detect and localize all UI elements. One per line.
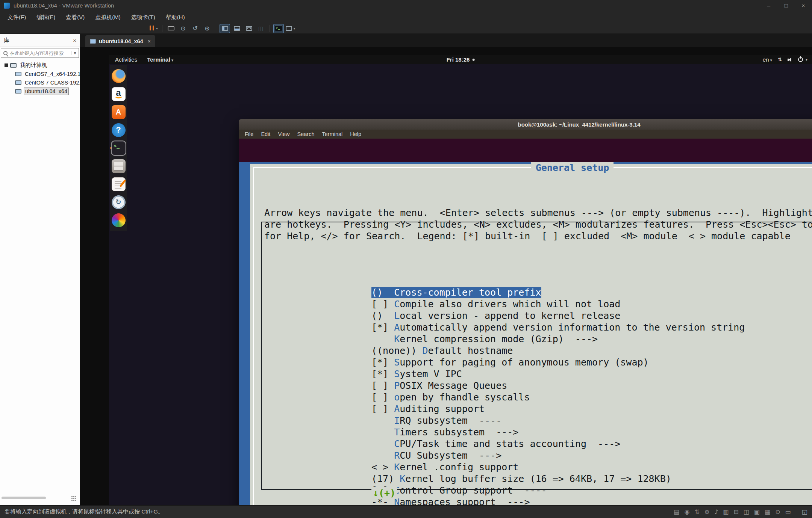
hard-disk-icon[interactable]: ▤ bbox=[674, 508, 679, 515]
menu-item[interactable]: [ ] Control Group support ---- bbox=[371, 485, 812, 496]
vmware-menu-item[interactable]: 虚拟机(M) bbox=[90, 11, 126, 23]
amazon-icon[interactable] bbox=[110, 85, 127, 103]
printer-icon[interactable]: ▥ bbox=[723, 508, 729, 515]
snapshot-manager-button[interactable]: ⊛ bbox=[202, 24, 212, 33]
clock-button[interactable]: Fri 18:26 bbox=[447, 56, 475, 63]
memory-icon[interactable]: ▦ bbox=[765, 508, 770, 515]
menu-item[interactable]: (17) Kernel log buffer size (16 => 64KB,… bbox=[371, 473, 812, 485]
tree-item-my-computer[interactable]: 我的计算机 bbox=[0, 61, 80, 69]
tree-item-vm[interactable]: CentOS7_4_x64-192.16 bbox=[0, 69, 80, 78]
close-icon[interactable]: × bbox=[73, 37, 76, 44]
tree-item-label: CentOS 7 CLASS-192.1 bbox=[24, 79, 80, 86]
console-view-toggle[interactable] bbox=[273, 24, 284, 33]
terminal-menu-item[interactable]: View bbox=[274, 131, 293, 137]
device-status-icons: ▤◉⇅⊕♪▥⊟◫▣▦⊙▭◱ bbox=[674, 508, 807, 515]
keyboard-layout-button[interactable]: en bbox=[763, 56, 772, 63]
vmware-menu-item[interactable]: 选项卡(T) bbox=[126, 11, 161, 23]
keyboard-icon[interactable]: ▭ bbox=[785, 508, 791, 515]
menu-item[interactable]: [ ] Compile also drivers which will not … bbox=[371, 298, 812, 310]
snapshot-take-button[interactable]: ⊙ bbox=[178, 24, 188, 33]
menu-item[interactable]: [*] Support for paging of anonymous memo… bbox=[371, 356, 812, 368]
vmware-menu-item[interactable]: 查看(V) bbox=[61, 11, 90, 23]
files-icon[interactable] bbox=[110, 157, 127, 175]
computer-icon bbox=[10, 63, 17, 68]
serial-port-icon[interactable]: ◫ bbox=[744, 508, 749, 515]
terminal-menu-item[interactable]: Help bbox=[346, 131, 365, 137]
pause-icon bbox=[149, 25, 155, 32]
menu-item[interactable]: IRQ subsystem ---- bbox=[371, 415, 812, 426]
display-icon[interactable]: ▣ bbox=[754, 508, 760, 515]
menu-item[interactable]: CPU/Task time and stats accounting ---> bbox=[371, 438, 812, 450]
power-icon[interactable] bbox=[798, 57, 803, 62]
send-ctrl-alt-del-button[interactable] bbox=[166, 24, 176, 33]
network-adapter-icon[interactable]: ⇅ bbox=[694, 508, 699, 515]
usb-device-icon[interactable]: ⊕ bbox=[704, 508, 709, 515]
menuconfig-screen: General setup Arrow keys navigate the me… bbox=[239, 162, 812, 518]
tree-item-vm[interactable]: ubuntu18.04_x64 bbox=[0, 87, 80, 95]
toolbar-separator bbox=[162, 25, 162, 32]
menu-item[interactable]: [ ] POSIX Message Queues bbox=[371, 380, 812, 391]
tree-item-vm[interactable]: CentOS 7 CLASS-192.1 bbox=[0, 78, 80, 87]
minimize-button[interactable]: – bbox=[760, 0, 777, 11]
thumbnail-bar-toggle[interactable] bbox=[232, 24, 242, 33]
tab-ubuntu18-04-x64[interactable]: ubuntu18.04_x64 × bbox=[85, 35, 155, 47]
menu-item[interactable]: [ ] Auditing support bbox=[371, 403, 812, 415]
expander-icon[interactable] bbox=[5, 63, 8, 67]
search-input[interactable] bbox=[10, 50, 71, 56]
chevron-down-icon: ▾ bbox=[156, 26, 158, 30]
menu-item[interactable]: Timers subsystem ---> bbox=[371, 426, 812, 438]
help-icon[interactable] bbox=[110, 121, 127, 139]
close-icon[interactable]: × bbox=[148, 38, 151, 44]
menu-item[interactable]: () Local version - append to kernel rele… bbox=[371, 310, 812, 322]
suspend-button[interactable]: ▾ bbox=[148, 24, 159, 33]
menu-item[interactable]: [ ] open by fhandle syscalls bbox=[371, 391, 812, 403]
floppy-icon[interactable]: ⊟ bbox=[734, 508, 739, 515]
restore-layout-icon[interactable]: ◱ bbox=[802, 508, 807, 515]
maximize-button[interactable]: □ bbox=[777, 0, 795, 11]
sound-icon[interactable]: ♪ bbox=[714, 508, 718, 515]
terminal-icon[interactable] bbox=[110, 139, 127, 157]
menu-item[interactable]: RCU Subsystem ---> bbox=[371, 450, 812, 461]
menu-item[interactable]: < > Kernel .config support bbox=[371, 461, 812, 473]
clock-label: Fri 18:26 bbox=[447, 56, 470, 63]
library-search[interactable]: ▼ bbox=[1, 48, 79, 58]
text-editor-icon[interactable] bbox=[110, 175, 127, 193]
terminal-menu-item[interactable]: File bbox=[241, 131, 257, 137]
color-wheel-icon[interactable] bbox=[110, 211, 127, 229]
firefox-icon[interactable] bbox=[110, 67, 127, 85]
software-updater-icon[interactable] bbox=[110, 193, 127, 211]
menu-item[interactable]: [*] System V IPC bbox=[371, 368, 812, 380]
vmware-menu-item[interactable]: 文件(F) bbox=[2, 11, 31, 23]
vm-monitor-icon bbox=[15, 80, 21, 85]
vmware-menubar: 文件(F)编辑(E)查看(V)虚拟机(M)选项卡(T)帮助(H) bbox=[0, 11, 812, 23]
unity-mode-button[interactable]: ◫ bbox=[256, 24, 266, 33]
resize-grip[interactable] bbox=[71, 496, 77, 501]
snapshot-revert-button[interactable]: ↺ bbox=[190, 24, 200, 33]
activities-button[interactable]: Activities bbox=[115, 56, 137, 63]
mouse-icon[interactable]: ⊙ bbox=[775, 508, 780, 515]
fullscreen-button[interactable] bbox=[244, 24, 254, 33]
menu-item[interactable]: () Cross-compiler tool prefix bbox=[371, 287, 812, 298]
volume-icon[interactable] bbox=[788, 57, 792, 62]
vmware-menu-item[interactable]: 编辑(E) bbox=[31, 11, 61, 23]
library-panel-toggle[interactable] bbox=[220, 24, 230, 33]
terminal-titlebar[interactable]: book@100ask: ~/Linux_4412/kernel/linux-3… bbox=[239, 119, 812, 130]
revert-icon: ↺ bbox=[192, 26, 197, 32]
terminal-menu-item[interactable]: Search bbox=[294, 131, 318, 137]
terminal-menu-item[interactable]: Edit bbox=[257, 131, 274, 137]
terminal-menu-item[interactable]: Terminal bbox=[318, 131, 347, 137]
menu-item[interactable]: ((none)) Default hostname bbox=[371, 345, 812, 356]
horizontal-scrollbar[interactable] bbox=[2, 497, 46, 499]
menu-item[interactable]: [*] Automatically append version informa… bbox=[371, 322, 812, 333]
stretch-guest-button[interactable]: ▾ bbox=[285, 24, 296, 33]
vmware-toolbar: ▾ ⊙ ↺ ⊛ ◫ ▾ bbox=[0, 23, 812, 34]
chevron-down-icon[interactable]: ▼ bbox=[71, 51, 79, 55]
network-icon[interactable]: ⇅ bbox=[778, 57, 782, 62]
cd-rom-icon[interactable]: ◉ bbox=[684, 508, 689, 515]
app-menu-button[interactable]: Terminal bbox=[147, 56, 173, 63]
status-message: 要将输入定向到该虚拟机，请将鼠标指针移入其中或按 Ctrl+G。 bbox=[5, 508, 164, 515]
close-button[interactable]: × bbox=[795, 0, 812, 11]
ubuntu-software-icon[interactable] bbox=[110, 103, 127, 121]
menu-item[interactable]: Kernel compression mode (Gzip) ---> bbox=[371, 333, 812, 345]
vmware-menu-item[interactable]: 帮助(H) bbox=[161, 11, 190, 23]
